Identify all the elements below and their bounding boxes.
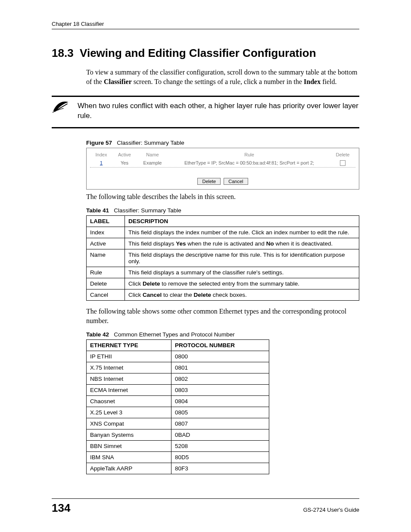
note-callout: When two rules conflict with each other,… [52, 96, 359, 128]
t41-desc: This field displays the index number of … [125, 227, 359, 238]
delete-checkbox[interactable] [340, 160, 346, 166]
cancel-button[interactable]: Cancel [224, 178, 248, 185]
table-row: Chaosnet0804 [87, 396, 269, 407]
t41-h-desc: DESCRIPTION [125, 216, 359, 227]
t42-proto: 0803 [171, 385, 269, 396]
table-row: Index This field displays the index numb… [87, 227, 359, 238]
t41-label: Index [87, 227, 125, 238]
t42-type: IP ETHII [87, 351, 171, 362]
table-row: IP ETHII0800 [87, 351, 269, 362]
t: Click [128, 292, 143, 298]
col-delete: Delete [330, 151, 355, 159]
t42-proto: 5208 [171, 441, 269, 452]
t42-proto: 0807 [171, 418, 269, 429]
t42-proto: 80F3 [171, 463, 269, 474]
t: Delete [143, 280, 160, 287]
table-row: Banyan Systems0BAD [87, 429, 269, 441]
note-icon [52, 100, 71, 116]
t: to clear the [162, 292, 193, 298]
table-41-caption: Table 41 Classifier: Summary Table [86, 207, 359, 214]
t41-label: Active [87, 238, 125, 249]
t42-type: Banyan Systems [87, 429, 171, 441]
page-footer: 134 GS-2724 User's Guide [52, 498, 359, 515]
t42-type: IBM SNA [87, 452, 171, 463]
intro-bold-classifier: Classifier [104, 78, 132, 85]
t42-proto: 0800 [171, 351, 269, 362]
table-41: LABEL DESCRIPTION Index This field displ… [86, 215, 359, 301]
t41-label: Rule [87, 267, 125, 278]
table-row: IBM SNA80D5 [87, 452, 269, 463]
t42-type: X.75 Internet [87, 362, 171, 373]
table-row: X.25 Level 30805 [87, 407, 269, 418]
classifier-summary-screenshot: Index Active Name Rule Delete 1 Yes Exam… [86, 148, 359, 190]
t42-type: BBN Simnet [87, 441, 171, 452]
col-rule: Rule [168, 151, 330, 159]
table-row: Active This field displays Yes when the … [87, 238, 359, 249]
figure-57-title: Classifier: Summary Table [117, 140, 184, 146]
row-name: Example [137, 159, 168, 167]
t41-label: Delete [87, 278, 125, 289]
t42-type: NBS Internet [87, 373, 171, 385]
table-41-label: Table 41 [86, 207, 109, 214]
section-heading: 18.3 Viewing and Editing Classifier Conf… [52, 47, 359, 60]
table-row: Cancel Click Cancel to clear the Delete … [87, 289, 359, 301]
intro-paragraph: To view a summary of the classifier conf… [86, 68, 359, 86]
t41-label: Name [87, 249, 125, 267]
t: Yes [176, 240, 186, 247]
t41-h-label: LABEL [87, 216, 125, 227]
row-rule: EtherType = IP; SrcMac = 00:50:ba:ad:4f:… [168, 159, 330, 167]
table-42-title: Common Ethernet Types and Protocol Numbe… [114, 331, 234, 338]
t41-label: Cancel [87, 289, 125, 301]
col-name: Name [137, 151, 168, 159]
t41-desc: This field displays Yes when the rule is… [125, 238, 359, 249]
intro-text-3: field. [321, 78, 336, 85]
section-number: 18.3 [52, 47, 74, 59]
row-delete [330, 159, 355, 167]
t42-proto: 0BAD [171, 429, 269, 441]
table-42: ETHERNET TYPE PROTOCOL NUMBER IP ETHII08… [86, 339, 269, 474]
t41-desc: This field displays a summary of the cla… [125, 267, 359, 278]
table-row: X.75 Internet0801 [87, 362, 269, 373]
summary-table-row: 1 Yes Example EtherType = IP; SrcMac = 0… [90, 159, 355, 168]
page-number: 134 [52, 501, 70, 515]
t42-type: Chaosnet [87, 396, 171, 407]
delete-button[interactable]: Delete [197, 178, 221, 185]
t: Click [128, 280, 143, 287]
row-index: 1 [90, 159, 112, 167]
t: check boxes. [211, 292, 247, 298]
t: to remove the selected entry from the su… [160, 280, 299, 287]
col-index: Index [90, 151, 112, 159]
table-row: XNS Compat0807 [87, 418, 269, 429]
intro-text-2: screen. To change the settings of a rule… [132, 78, 304, 85]
t: Delete [194, 292, 212, 298]
t42-proto: 0802 [171, 373, 269, 385]
t42-proto: 80D5 [171, 452, 269, 463]
guide-name: GS-2724 User's Guide [303, 507, 359, 513]
intro-bold-index: Index [304, 78, 321, 85]
t42-type: AppleTalk AARP [87, 463, 171, 474]
t41-desc: This field displays the descriptive name… [125, 249, 359, 267]
table-42-header-row: ETHERNET TYPE PROTOCOL NUMBER [87, 340, 269, 351]
running-header: Chapter 18 Classifier [52, 21, 359, 29]
t: This field displays [128, 240, 176, 247]
table-row: ECMA Internet0803 [87, 385, 269, 396]
index-link[interactable]: 1 [100, 160, 103, 165]
t42-type: X.25 Level 3 [87, 407, 171, 418]
t41-desc: Click Delete to remove the selected entr… [125, 278, 359, 289]
t42-h-proto: PROTOCOL NUMBER [171, 340, 269, 351]
table-row: Name This field displays the descriptive… [87, 249, 359, 267]
note-text: When two rules conflict with each other,… [78, 101, 359, 121]
between-tables-text: The following table shows some other com… [86, 307, 359, 325]
table-42-caption: Table 42 Common Ethernet Types and Proto… [86, 331, 359, 338]
t: No [266, 240, 274, 247]
row-active: Yes [112, 159, 137, 167]
t: when it is deactivated. [274, 240, 333, 247]
table-41-header-row: LABEL DESCRIPTION [87, 216, 359, 227]
table-41-title: Classifier: Summary Table [114, 207, 181, 214]
summary-buttons: Delete Cancel [90, 178, 355, 185]
t42-proto: 0804 [171, 396, 269, 407]
t: Cancel [143, 292, 162, 298]
t: when the rule is activated and [186, 240, 266, 247]
section-title-text: Viewing and Editing Classifier Configura… [80, 47, 316, 59]
t41-desc: Click Cancel to clear the Delete check b… [125, 289, 359, 301]
